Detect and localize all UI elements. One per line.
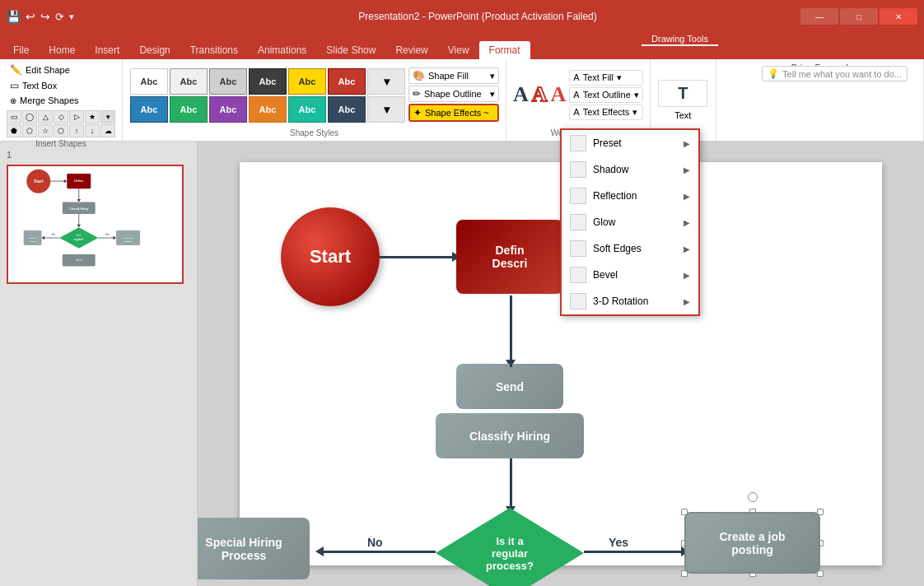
style-box-11[interactable]: Abc: [328, 96, 366, 123]
svg-text:No: No: [52, 233, 55, 236]
shape-expand[interactable]: ▾: [100, 110, 115, 123]
shape-icon-3[interactable]: ◇: [54, 110, 68, 123]
tab-transitions[interactable]: Transitions: [180, 41, 248, 59]
style-box-10[interactable]: Abc: [288, 96, 326, 123]
wordart-a-black[interactable]: A: [513, 84, 529, 105]
create-job-shape[interactable]: Create a jobposting: [684, 512, 820, 574]
text-outline-button[interactable]: A Text Outline ▾: [569, 87, 642, 103]
tab-review[interactable]: Review: [385, 41, 437, 59]
slide-thumbnail[interactable]: Start Define Classify Hiring: [7, 165, 184, 284]
style-box-7[interactable]: Abc: [170, 96, 208, 123]
shape-icon-10[interactable]: ↑: [69, 124, 84, 137]
tab-view[interactable]: View: [438, 41, 479, 59]
merge-shapes-button[interactable]: ⊕ Merge Shapes: [7, 94, 82, 107]
shape-effects-button[interactable]: ✦ Shape Effects ~: [408, 104, 499, 122]
text-effects-button[interactable]: A Text Effects ▾: [569, 105, 642, 120]
shape-styles-label: Shape Styles: [290, 127, 338, 137]
menu-item-bevel[interactable]: Bevel ▶: [562, 262, 698, 288]
redo-icon[interactable]: ↪: [40, 10, 50, 23]
svg-text:Is it: Is it: [77, 234, 81, 237]
bevel-icon: [570, 267, 586, 283]
undo-icon[interactable]: ↩: [26, 10, 35, 23]
tab-slideshow[interactable]: Slide Show: [316, 41, 385, 59]
style-box-4[interactable]: Abc: [288, 68, 326, 95]
wordart-a-outline[interactable]: A: [532, 84, 548, 105]
style-box-9[interactable]: Abc: [249, 96, 287, 123]
tab-home[interactable]: Home: [39, 41, 85, 59]
customize-icon[interactable]: ▾: [69, 12, 74, 22]
define-shape[interactable]: DefinDescri: [456, 220, 563, 294]
glow-arrow: ▶: [684, 218, 690, 227]
style-box-6[interactable]: Abc: [130, 96, 168, 123]
wordart-a-gradient[interactable]: A: [551, 84, 567, 105]
tab-file[interactable]: File: [3, 41, 39, 59]
rotate-handle[interactable]: [748, 492, 758, 502]
shadow-arrow: ▶: [684, 165, 690, 174]
text-label: Text: [674, 110, 691, 120]
tab-design[interactable]: Design: [129, 41, 180, 59]
special-hiring-shape[interactable]: Special HiringProcess: [198, 518, 310, 579]
shape-icon-11[interactable]: ↓: [85, 124, 100, 137]
menu-item-reflection[interactable]: Reflection ▶: [562, 183, 698, 209]
style-box-8[interactable]: Abc: [209, 96, 247, 123]
shape-icon-0[interactable]: ▭: [7, 110, 21, 123]
menu-item-shadow[interactable]: Shadow ▶: [562, 156, 698, 183]
text-outline-icon: A: [573, 90, 579, 100]
close-button[interactable]: ✕: [880, 8, 917, 25]
shape-icon-7[interactable]: ⬠: [22, 124, 37, 137]
save-icon[interactable]: 💾: [7, 10, 21, 23]
shape-icon-9[interactable]: ⬡: [54, 124, 68, 137]
shape-icon-6[interactable]: ⬟: [7, 124, 21, 137]
shape-icon-8[interactable]: ☆: [38, 124, 53, 137]
svg-marker-11: [77, 225, 81, 228]
send-shape[interactable]: Send: [456, 364, 563, 409]
menu-item-glow[interactable]: Glow ▶: [562, 209, 698, 235]
create-job-label: Create a jobposting: [719, 530, 785, 556]
shape-outline-arrow[interactable]: ▾: [490, 89, 495, 100]
style-box-expand[interactable]: ▾: [367, 68, 405, 95]
style-box-0[interactable]: Abc: [130, 68, 168, 95]
shape-icon-2[interactable]: △: [38, 110, 53, 123]
shape-icon-4[interactable]: ▷: [69, 110, 84, 123]
edit-shape-icon: ✏️: [10, 64, 22, 76]
shape-fill-arrow[interactable]: ▾: [490, 71, 495, 81]
text-effects-arrow[interactable]: ▾: [632, 107, 637, 118]
style-box-2[interactable]: Abc: [209, 68, 247, 95]
menu-item-3d-rotation[interactable]: 3-D Rotation ▶: [562, 288, 698, 314]
shape-icon-12[interactable]: ☁: [100, 124, 115, 137]
menu-item-soft-edges[interactable]: Soft Edges ▶: [562, 235, 698, 262]
start-shape[interactable]: Start: [281, 207, 380, 306]
tab-format[interactable]: Format: [479, 41, 530, 59]
minimize-button[interactable]: —: [800, 8, 838, 25]
diamond-shape[interactable]: Is it aregularprocess?: [436, 508, 584, 586]
text-fill-arrow[interactable]: ▾: [617, 72, 622, 83]
style-box-1[interactable]: Abc: [170, 68, 208, 95]
edit-shape-button[interactable]: ✏️ Edit Shape: [7, 63, 82, 77]
repeat-icon[interactable]: ⟳: [55, 11, 64, 23]
text-icon[interactable]: T: [658, 80, 707, 107]
shape-icon-1[interactable]: ◯: [22, 110, 37, 123]
shape-fill-button[interactable]: 🎨 Shape Fill ▾: [408, 67, 499, 84]
text-effects-label: Text Effects: [583, 107, 630, 117]
shape-fill-icon: 🎨: [413, 70, 425, 81]
text-fill-label: Text Fill: [583, 72, 614, 82]
shape-outline-button[interactable]: ✏ Shape Outline ▾: [408, 86, 499, 102]
menu-item-preset[interactable]: Preset ▶: [562, 130, 698, 156]
style-box-5[interactable]: Abc: [328, 68, 366, 95]
tab-insert[interactable]: Insert: [85, 41, 129, 59]
classify-label: Classify Hiring: [469, 430, 550, 443]
shape-icon-5[interactable]: ★: [85, 110, 100, 123]
style-box-expand2[interactable]: ▾: [367, 96, 405, 123]
window-title: Presentation2 - PowerPoint (Product Acti…: [155, 11, 800, 22]
tab-animations[interactable]: Animations: [248, 41, 316, 59]
classify-shape[interactable]: Classify Hiring: [436, 413, 584, 458]
yes-label: Yes: [609, 536, 628, 549]
text-fill-button[interactable]: A Text Fill ▾: [569, 70, 642, 86]
text-outline-arrow[interactable]: ▾: [634, 90, 639, 100]
tell-me-bar[interactable]: 💡 Tell me what you want to do...: [762, 66, 908, 81]
text-box-label: Text Box: [22, 81, 57, 91]
shape-effects-label: Shape Effects ~: [425, 108, 489, 118]
maximize-button[interactable]: □: [840, 8, 878, 25]
style-box-3[interactable]: Abc: [249, 68, 287, 95]
text-box-button[interactable]: ▭ Text Box: [7, 78, 82, 93]
